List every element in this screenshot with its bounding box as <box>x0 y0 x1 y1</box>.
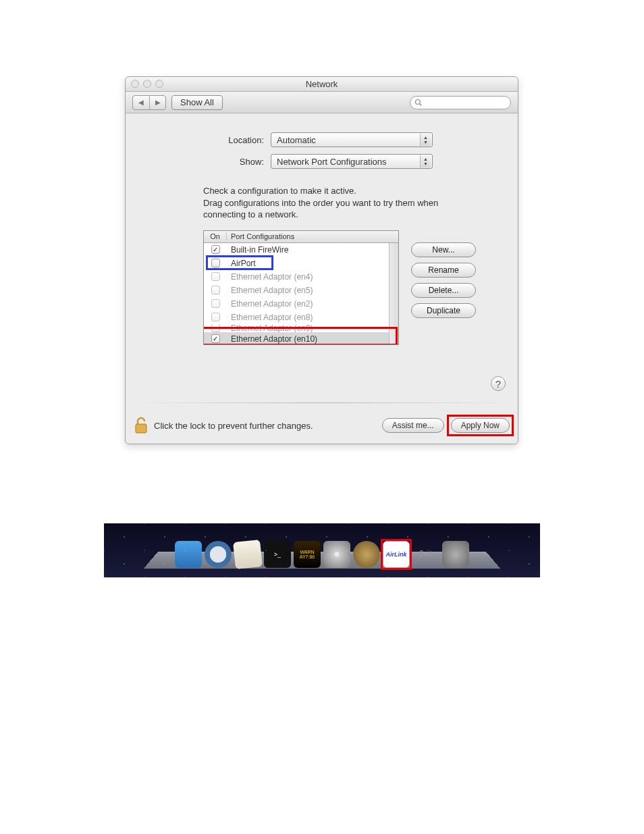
checkbox-icon[interactable] <box>211 272 220 281</box>
scrollbar[interactable] <box>389 243 398 344</box>
search-icon <box>414 99 423 107</box>
checkbox-icon[interactable] <box>211 324 220 332</box>
checkbox-icon[interactable] <box>211 299 220 308</box>
col-conf-header: Port Configurations <box>227 232 398 240</box>
assist-me-button[interactable]: Assist me... <box>382 418 444 433</box>
airlink-highlight <box>381 539 412 570</box>
checkbox-icon[interactable]: ✓ <box>211 245 220 254</box>
content-area: Location: Automatic ▲▼ Show: Network Por… <box>126 113 518 345</box>
trash-icon[interactable] <box>442 541 469 568</box>
window-title: Network <box>306 79 338 89</box>
checkbox-icon[interactable] <box>211 313 220 321</box>
clock-icon[interactable] <box>353 541 380 568</box>
dock-icons: >_ WARNAY7:86 ⚙ AirLink ✂ <box>104 541 540 568</box>
close-button[interactable] <box>131 80 139 88</box>
back-button[interactable]: ◀ <box>133 96 149 109</box>
location-label: Location: <box>139 135 271 145</box>
port-name: Ethernet Adaptor (en2) <box>227 299 398 309</box>
network-preferences-window: Network ◀ ▶ Show All Location: Automatic… <box>125 76 518 444</box>
zoom-button[interactable] <box>155 80 163 88</box>
apply-now-button[interactable]: Apply Now <box>451 418 510 433</box>
forward-button[interactable]: ▶ <box>149 96 165 109</box>
show-popup[interactable]: Network Port Configurations ▲▼ <box>271 154 433 169</box>
rename-button[interactable]: Rename <box>411 263 476 278</box>
table-row[interactable]: Ethernet Adaptor (en2) <box>204 297 398 311</box>
console-icon[interactable]: WARNAY7:86 <box>294 541 321 568</box>
table-row[interactable]: Ethernet Adaptor (en5) <box>204 284 398 297</box>
show-label: Show: <box>139 157 271 167</box>
side-button-stack: New... Rename Delete... Duplicate <box>411 242 476 345</box>
divider <box>134 402 510 403</box>
dock-area: >_ WARNAY7:86 ⚙ AirLink ✂ <box>104 523 540 577</box>
port-name: Ethernet Adaptor (en9) <box>227 324 398 332</box>
instruction-text: Check a configuration to make it active.… <box>203 185 473 221</box>
delete-button[interactable]: Delete... <box>411 283 476 298</box>
dock-shelf <box>144 552 500 569</box>
location-value: Automatic <box>277 135 316 145</box>
nav-back-forward[interactable]: ◀ ▶ <box>132 95 166 110</box>
table-row[interactable]: Ethernet Adaptor (en9) <box>204 324 398 332</box>
duplicate-button[interactable]: Duplicate <box>411 303 476 318</box>
port-configurations-table[interactable]: On Port Configurations ✓ Built-in FireWi… <box>203 230 399 345</box>
search-input[interactable] <box>410 96 511 109</box>
titlebar: Network <box>126 77 518 92</box>
svg-line-1 <box>420 103 422 105</box>
help-button[interactable]: ? <box>491 376 506 391</box>
toolbar: ◀ ▶ Show All <box>126 92 518 113</box>
search-field-wrap <box>410 96 511 109</box>
svg-point-0 <box>416 99 421 104</box>
new-button[interactable]: New... <box>411 242 476 257</box>
checkbox-icon[interactable] <box>211 286 220 294</box>
minimize-button[interactable] <box>143 80 151 88</box>
table-row[interactable]: Ethernet Adaptor (en4) <box>204 270 398 284</box>
lock-text: Click the lock to prevent further change… <box>154 421 313 431</box>
port-name: Ethernet Adaptor (en10) <box>227 334 398 344</box>
lock-icon[interactable] <box>134 417 149 434</box>
svg-rect-2 <box>136 424 146 433</box>
finder-icon[interactable] <box>175 541 202 568</box>
system-preferences-icon[interactable]: ⚙ <box>323 541 350 568</box>
table-row[interactable]: ✓ Ethernet Adaptor (en10) <box>204 332 398 345</box>
airlink-icon[interactable]: AirLink <box>383 541 410 568</box>
bottom-bar: Click the lock to prevent further change… <box>134 417 510 434</box>
location-popup[interactable]: Automatic ▲▼ <box>271 132 433 147</box>
terminal-icon[interactable]: >_ <box>264 541 291 568</box>
safari-icon[interactable] <box>205 541 232 568</box>
checkbox-icon[interactable] <box>211 259 220 267</box>
popup-arrows-icon: ▲▼ <box>420 155 431 167</box>
col-on-header: On <box>204 232 227 240</box>
table-row[interactable]: ✓ Built-in FireWire <box>204 243 398 257</box>
port-name: Ethernet Adaptor (en4) <box>227 272 398 282</box>
table-row[interactable]: Ethernet Adaptor (en8) <box>204 311 398 324</box>
scissors-icon[interactable]: ✂ <box>412 541 439 568</box>
show-all-button[interactable]: Show All <box>171 95 223 110</box>
textedit-icon[interactable] <box>233 540 263 569</box>
port-name: Built-in FireWire <box>227 245 398 255</box>
port-name: Ethernet Adaptor (en8) <box>227 313 398 322</box>
window-controls <box>131 80 163 88</box>
table-row[interactable]: AirPort <box>204 257 398 270</box>
checkbox-icon[interactable]: ✓ <box>211 334 220 343</box>
port-name: Ethernet Adaptor (en5) <box>227 286 398 295</box>
table-header: On Port Configurations <box>204 231 398 243</box>
popup-arrows-icon: ▲▼ <box>420 134 431 146</box>
show-value: Network Port Configurations <box>277 157 387 167</box>
port-name: AirPort <box>227 259 398 268</box>
